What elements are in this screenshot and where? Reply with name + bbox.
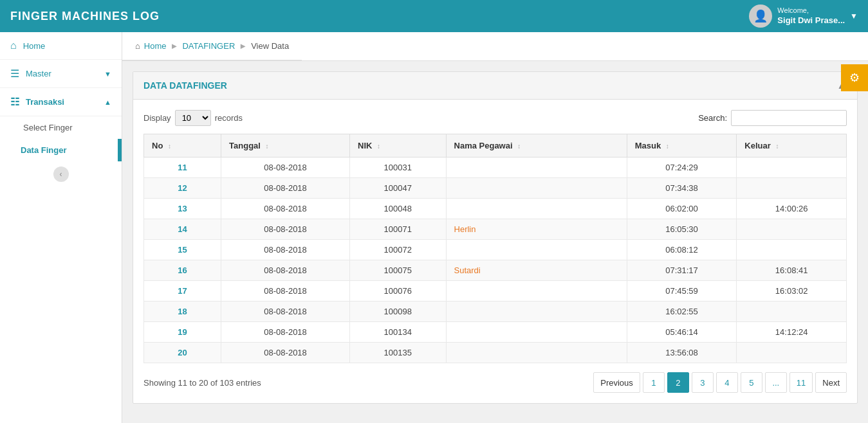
cell-no: 18 (144, 302, 221, 322)
avatar: 👤 (749, 4, 772, 28)
col-no[interactable]: No ↕ (144, 134, 221, 158)
home-icon: ⌂ (135, 41, 140, 51)
col-keluar[interactable]: Keluar ↕ (737, 134, 847, 158)
table-header: No ↕ Tanggal ↕ NIK ↕ Nama Pegawai ↕ Masu… (144, 134, 847, 158)
cell-tanggal: 08-08-2018 (221, 158, 350, 178)
cell-masuk: 16:05:30 (627, 219, 737, 240)
records-label: records (215, 113, 243, 123)
layout: ⌂ Home ☰ Master ▼ ☷ Transaksi ▲ Select F… (0, 32, 868, 423)
table-row: 16 08-08-2018 100075 Sutardi 07:31:17 16… (144, 260, 847, 281)
cell-keluar: 16:08:41 (737, 260, 847, 281)
table-row: 13 08-08-2018 100048 06:02:00 14:00:26 (144, 199, 847, 219)
breadcrumb-datafinger[interactable]: DATAFINGER (182, 41, 235, 51)
cell-nik: 100072 (350, 240, 446, 260)
cell-no: 11 (144, 158, 221, 178)
breadcrumb-sep-2: ► (239, 41, 247, 51)
cell-tanggal: 08-08-2018 (221, 219, 350, 240)
records-per-page-select[interactable]: 10 25 50 100 (175, 110, 211, 126)
sidebar-item-select-finger[interactable]: Select Finger (0, 116, 122, 139)
sidebar-item-data-finger[interactable]: Data Finger (0, 139, 122, 161)
cell-keluar (737, 178, 847, 199)
data-card: DATA DATAFINGER ▲ Display 10 25 50 100 r… (133, 71, 858, 404)
breadcrumb-sep-1: ► (171, 41, 179, 51)
col-tanggal[interactable]: Tanggal ↕ (221, 134, 350, 158)
sidebar-item-transaksi[interactable]: ☷ Transaksi ▲ (0, 88, 122, 116)
cell-tanggal: 08-08-2018 (221, 199, 350, 219)
cell-no: 20 (144, 343, 221, 363)
sidebar-item-home-label: Home (23, 41, 46, 51)
page-btn-1[interactable]: 1 (643, 372, 665, 393)
page-btn-2[interactable]: 2 (667, 372, 689, 393)
cell-nik: 100031 (350, 158, 446, 178)
chevron-up-icon: ▲ (104, 98, 111, 106)
cell-no: 12 (144, 178, 221, 199)
next-button[interactable]: Next (815, 372, 847, 393)
data-table: No ↕ Tanggal ↕ NIK ↕ Nama Pegawai ↕ Masu… (143, 134, 847, 363)
chevron-down-icon[interactable]: ▼ (850, 12, 858, 21)
sidebar-item-home[interactable]: ⌂ Home (0, 32, 122, 60)
col-nik[interactable]: NIK ↕ (350, 134, 446, 158)
username-label: Sigit Dwi Prase... (777, 15, 845, 26)
cell-nama (446, 322, 627, 343)
cell-tanggal: 08-08-2018 (221, 302, 350, 322)
cell-keluar (737, 302, 847, 322)
page-btn-4[interactable]: 4 (716, 372, 738, 393)
sidebar-data-finger-label: Data Finger (21, 145, 67, 155)
cell-nama (446, 343, 627, 363)
display-label: Display (143, 113, 171, 123)
cell-nik: 100135 (350, 343, 446, 363)
cell-nik: 100048 (350, 199, 446, 219)
home-icon: ⌂ (10, 40, 17, 51)
cell-masuk: 13:56:08 (627, 343, 737, 363)
main-content: ⌂ Home ► DATAFINGER ► View Data ⚙ DATA D… (122, 32, 868, 423)
card-header: DATA DATAFINGER ▲ (133, 72, 857, 100)
sidebar-toggle-button[interactable]: ‹ (53, 166, 69, 182)
cell-nama (446, 158, 627, 178)
transaksi-icon: ☷ (10, 96, 19, 108)
cell-masuk: 07:45:59 (627, 281, 737, 302)
col-masuk[interactable]: Masuk ↕ (627, 134, 737, 158)
breadcrumb: ⌂ Home ► DATAFINGER ► View Data (122, 32, 302, 60)
table-controls: Display 10 25 50 100 records Search: (143, 110, 847, 126)
sidebar-item-transaksi-label: Transaksi (26, 97, 64, 107)
cell-tanggal: 08-08-2018 (221, 240, 350, 260)
cell-tanggal: 08-08-2018 (221, 343, 350, 363)
prev-button[interactable]: Previous (593, 372, 640, 393)
footer: 2018 © www.sixghakreasi.com (122, 414, 868, 423)
user-info: Welcome, Sigit Dwi Prase... (777, 6, 845, 26)
database-icon: ☰ (10, 68, 19, 80)
cell-nik: 100075 (350, 260, 446, 281)
sidebar: ⌂ Home ☰ Master ▼ ☷ Transaksi ▲ Select F… (0, 32, 122, 423)
cell-masuk: 07:34:38 (627, 178, 737, 199)
sidebar-select-finger-label: Select Finger (23, 123, 73, 132)
cell-nik: 100076 (350, 281, 446, 302)
user-menu[interactable]: 👤 Welcome, Sigit Dwi Prase... ▼ (749, 4, 858, 28)
cell-tanggal: 08-08-2018 (221, 281, 350, 302)
page-btn-11[interactable]: 11 (790, 372, 813, 393)
table-row: 12 08-08-2018 100047 07:34:38 (144, 178, 847, 199)
sidebar-item-master-label: Master (26, 69, 51, 78)
cell-nama (446, 302, 627, 322)
cell-nama (446, 240, 627, 260)
cell-keluar (737, 158, 847, 178)
cell-no: 16 (144, 260, 221, 281)
page-btn-5[interactable]: 5 (741, 372, 762, 393)
cell-no: 15 (144, 240, 221, 260)
col-nama[interactable]: Nama Pegawai ↕ (446, 134, 627, 158)
header: FINGER MACHINES LOG 👤 Welcome, Sigit Dwi… (0, 0, 868, 32)
cell-no: 14 (144, 219, 221, 240)
settings-button[interactable]: ⚙ (841, 64, 868, 91)
table-row: 20 08-08-2018 100135 13:56:08 (144, 343, 847, 363)
cell-nama: Herlin (446, 219, 627, 240)
sidebar-item-master[interactable]: ☰ Master ▼ (0, 60, 122, 88)
cell-keluar (737, 219, 847, 240)
cell-keluar (737, 240, 847, 260)
cell-nama (446, 178, 627, 199)
cell-nama (446, 199, 627, 219)
cell-tanggal: 08-08-2018 (221, 260, 350, 281)
search-input[interactable] (731, 110, 847, 126)
card-body: Display 10 25 50 100 records Search: (133, 100, 857, 403)
cell-tanggal: 08-08-2018 (221, 178, 350, 199)
page-btn-3[interactable]: 3 (692, 372, 714, 393)
breadcrumb-home[interactable]: Home (144, 41, 167, 51)
